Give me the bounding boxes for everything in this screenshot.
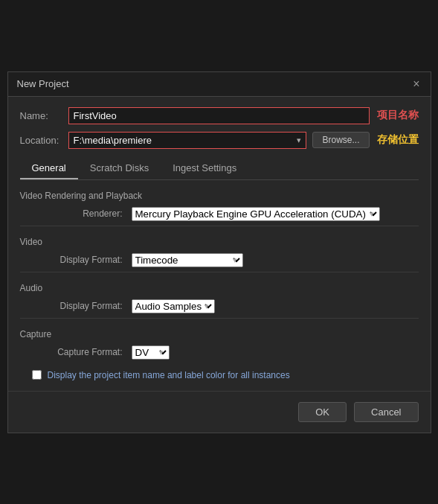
tabs: General Scratch Disks Ingest Settings (20, 158, 419, 180)
renderer-select-wrap: Mercury Playback Engine GPU Acceleration… (132, 207, 380, 221)
divider-3 (20, 318, 419, 319)
checkbox-row: Display the project item name and label … (20, 370, 419, 380)
location-field-wrap: F:\media\premiere ▾ (68, 132, 307, 149)
divider-2 (20, 272, 419, 272)
location-label: Location: (20, 135, 68, 146)
tab-ingest-settings[interactable]: Ingest Settings (161, 158, 248, 179)
location-value: F:\media\premiere (69, 133, 293, 148)
video-display-format-select-wrap: Timecode Frames Feet + Frames 16mm Feet … (132, 253, 243, 267)
renderer-label: Renderer: (28, 208, 132, 219)
video-display-format-label: Display Format: (28, 255, 132, 265)
renderer-select[interactable]: Mercury Playback Engine GPU Acceleration… (132, 207, 380, 221)
audio-section-title: Audio (20, 283, 419, 293)
location-row: Location: F:\media\premiere ▾ Browse... … (20, 132, 419, 149)
video-section-title: Video (20, 237, 419, 247)
capture-format-select[interactable]: DV HDV (132, 345, 170, 360)
location-dropdown-button[interactable]: ▾ (292, 133, 306, 147)
audio-display-format-select[interactable]: Audio Samples Milliseconds (132, 299, 215, 313)
name-input[interactable] (69, 108, 369, 124)
cancel-button[interactable]: Cancel (354, 402, 418, 422)
audio-display-format-row: Display Format: Audio Samples Millisecon… (20, 299, 419, 313)
ok-button[interactable]: OK (298, 402, 347, 422)
audio-display-format-label: Display Format: (28, 301, 132, 311)
capture-format-row: Capture Format: DV HDV (20, 345, 419, 360)
video-display-format-select[interactable]: Timecode Frames Feet + Frames 16mm Feet … (132, 253, 243, 267)
new-project-dialog: New Project × Name: 项目名称 Location: F:\me… (7, 71, 431, 433)
name-label: Name: (20, 110, 68, 121)
label-color-checkbox[interactable] (32, 370, 42, 380)
capture-format-label: Capture Format: (28, 347, 132, 357)
capture-section: Capture Capture Format: DV HDV (20, 329, 419, 360)
video-display-format-row: Display Format: Timecode Frames Feet + F… (20, 253, 419, 267)
tab-scratch-disks[interactable]: Scratch Disks (78, 158, 161, 179)
dialog-title: New Project (17, 78, 69, 89)
audio-display-format-select-wrap: Audio Samples Milliseconds (132, 299, 215, 313)
audio-section: Audio Display Format: Audio Samples Mill… (20, 283, 419, 319)
title-bar: New Project × (8, 72, 431, 97)
video-rendering-title: Video Rendering and Playback (20, 191, 419, 201)
label-color-label[interactable]: Display the project item name and label … (48, 370, 290, 380)
video-rendering-section: Video Rendering and Playback Renderer: M… (20, 191, 419, 226)
dialog-body: Name: 项目名称 Location: F:\media\premiere ▾… (8, 97, 431, 391)
capture-section-title: Capture (20, 329, 419, 339)
name-annotation: 项目名称 (377, 109, 419, 122)
renderer-row: Renderer: Mercury Playback Engine GPU Ac… (20, 207, 419, 221)
location-annotation: 存储位置 (377, 133, 419, 147)
divider-1 (20, 226, 419, 226)
name-row: Name: 项目名称 (20, 107, 419, 124)
close-button[interactable]: × (411, 78, 421, 90)
capture-format-select-wrap: DV HDV (132, 345, 170, 360)
tab-general[interactable]: General (20, 158, 78, 179)
dialog-footer: OK Cancel (8, 391, 431, 433)
name-input-wrap (68, 107, 370, 124)
browse-button[interactable]: Browse... (312, 132, 369, 148)
video-section: Video Display Format: Timecode Frames Fe… (20, 237, 419, 272)
